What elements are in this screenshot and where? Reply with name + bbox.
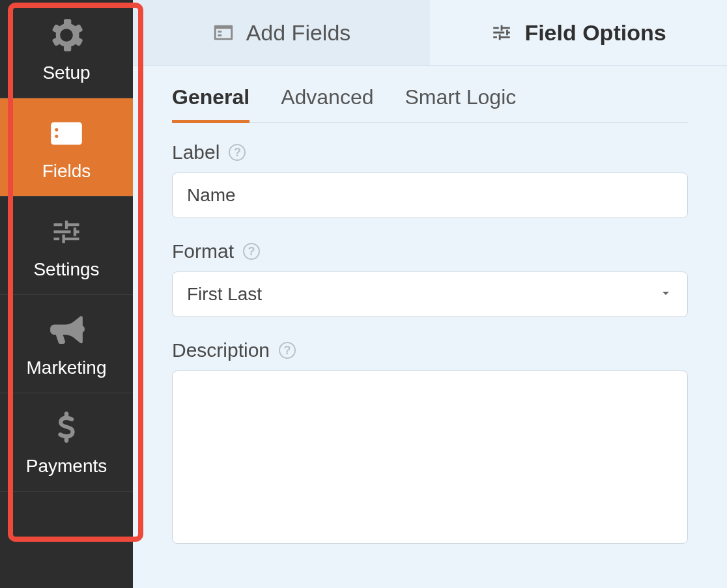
sidebar-item-payments[interactable]: Payments (0, 393, 133, 492)
sliders-icon (491, 21, 513, 44)
description-textarea[interactable] (172, 371, 688, 544)
field-format-label: Format (172, 240, 234, 262)
row-format: Format ? First Last (172, 240, 688, 317)
row-label: Label ? (172, 141, 688, 218)
label-input[interactable] (172, 173, 688, 218)
subtab-general[interactable]: General (172, 85, 249, 123)
field-description-label: Description (172, 339, 270, 361)
sidebar-item-label: Marketing (27, 357, 107, 378)
dollar-icon (48, 410, 85, 447)
sidebar-item-setup[interactable]: Setup (0, 0, 133, 98)
sidebar: Setup Fields Settings Marketing Payments (0, 0, 133, 588)
top-tabs: Add Fields Field Options (133, 0, 727, 66)
tab-field-options[interactable]: Field Options (430, 0, 727, 65)
list-box-icon (48, 115, 85, 152)
tab-label: Add Fields (246, 20, 351, 46)
help-icon[interactable]: ? (279, 342, 296, 359)
help-icon[interactable]: ? (229, 144, 246, 161)
sidebar-item-label: Settings (33, 259, 99, 280)
bullhorn-icon (48, 312, 85, 348)
row-description: Description ? (172, 339, 688, 546)
main-panel: Add Fields Field Options General Advance… (133, 0, 727, 588)
tab-add-fields[interactable]: Add Fields (133, 0, 430, 65)
sidebar-item-marketing[interactable]: Marketing (0, 295, 133, 393)
format-select[interactable]: First Last (172, 272, 688, 317)
sliders-icon (48, 214, 85, 250)
help-icon[interactable]: ? (243, 243, 260, 260)
sidebar-item-label: Fields (42, 161, 91, 182)
tab-label: Field Options (524, 20, 666, 46)
sidebar-item-settings[interactable]: Settings (0, 197, 133, 295)
sidebar-item-label: Setup (42, 63, 90, 83)
gear-icon (48, 17, 85, 53)
subtab-advanced[interactable]: Advanced (281, 85, 373, 123)
sidebar-item-fields[interactable]: Fields (0, 98, 133, 197)
panel-icon (212, 21, 235, 44)
field-label-label: Label (172, 141, 220, 163)
subtabs: General Advanced Smart Logic (172, 85, 688, 123)
sidebar-item-label: Payments (26, 456, 107, 477)
field-options-panel: General Advanced Smart Logic Label ? For… (133, 66, 727, 588)
subtab-smart-logic[interactable]: Smart Logic (405, 85, 517, 123)
